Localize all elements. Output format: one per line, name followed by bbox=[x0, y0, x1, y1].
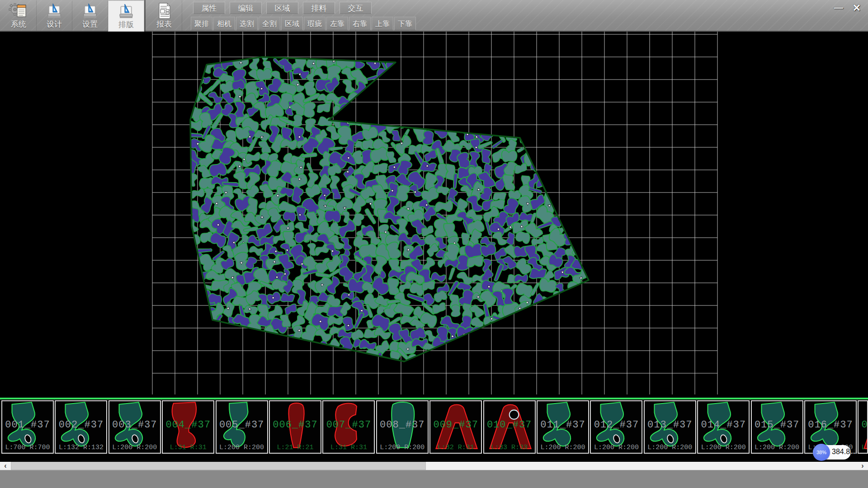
tool-select-cut[interactable]: 选割 bbox=[236, 17, 258, 30]
piece-count-label: L:200 R:200 bbox=[645, 444, 695, 451]
scroll-right-arrow[interactable]: › bbox=[857, 462, 868, 470]
piece-id-label: 003_#37 bbox=[109, 419, 160, 431]
thumbnail-cell[interactable]: 014_#37L:200 R:200 bbox=[697, 400, 750, 454]
thumbnail-cell[interactable]: 006_#37L:21 R:21 bbox=[269, 400, 321, 454]
tool-defect[interactable]: 瑕疵 bbox=[304, 17, 326, 30]
piece-id-label: 004_#37 bbox=[163, 419, 213, 431]
piece-id-label: 013_#37 bbox=[645, 419, 695, 431]
thumbnail-cell[interactable]: 007_#37L:31 R:31 bbox=[322, 400, 375, 454]
tool-region[interactable]: 区域 bbox=[281, 17, 303, 30]
notepad bbox=[17, 5, 26, 17]
piece-count-label: L:31 R:31 bbox=[323, 444, 374, 451]
piece-count-label: L:200 R:200 bbox=[377, 444, 428, 451]
piece-id-label: 0 bbox=[859, 419, 867, 431]
piece-count-label: L:200 R:200 bbox=[591, 444, 642, 451]
memory-percent-indicator: 38% bbox=[813, 444, 830, 461]
piece-count-label: L:200 R:200 bbox=[698, 444, 749, 451]
nesting-canvas-svg bbox=[0, 32, 868, 398]
minimize-button[interactable]: — bbox=[831, 3, 846, 14]
thumbnail-cell[interactable]: 015_#37L:200 R:200 bbox=[751, 400, 803, 454]
thumbnail-cell[interactable]: 005_#37L:200 R:200 bbox=[216, 400, 268, 454]
tool-camera[interactable]: 相机 bbox=[213, 17, 235, 30]
thumbnail-cell-partial[interactable]: 0L: bbox=[858, 400, 868, 454]
piece-count-label: L:200 R:200 bbox=[109, 444, 160, 451]
tool-cluster-nest[interactable]: 聚排 bbox=[191, 17, 212, 30]
thumbnail-cell[interactable]: 002_#37L:132 R:132 bbox=[55, 400, 107, 454]
piece-count-label: L:200 R:200 bbox=[752, 444, 802, 451]
piece-id-label: 006_#37 bbox=[270, 419, 321, 431]
piece-id-label: 011_#37 bbox=[538, 419, 588, 431]
thumbnail-cell[interactable]: 012_#37L:200 R:200 bbox=[590, 400, 642, 454]
piece-id-label: 012_#37 bbox=[591, 419, 642, 431]
scrollbar-thumb[interactable] bbox=[11, 462, 426, 470]
nav-tab-report[interactable]: 报表 bbox=[146, 0, 182, 31]
piece-id-label: 010_#37 bbox=[484, 419, 535, 431]
menu-nesting[interactable]: 排料 bbox=[303, 2, 335, 14]
piece-id-label: 002_#37 bbox=[56, 419, 106, 431]
nav-tab-label: 排版 bbox=[108, 19, 144, 30]
thumbnail-cell[interactable]: 009_#37L:32 R:31 bbox=[429, 400, 482, 454]
nav-tab-system[interactable]: 系统 bbox=[1, 0, 37, 31]
thumbnail-cell[interactable]: 004_#37L:31 R:31 bbox=[162, 400, 214, 454]
piece-count-label: L:21 R:21 bbox=[270, 444, 321, 451]
piece-count-label: L:200 R:200 bbox=[217, 444, 267, 451]
piece-count-label: L:31 R:31 bbox=[163, 444, 213, 451]
application-window: 系统 设计 设置 排版 bbox=[0, 0, 868, 488]
close-button[interactable]: ✕ bbox=[848, 3, 865, 14]
tool-align-right[interactable]: 右靠 bbox=[349, 17, 371, 30]
piece-count-label: L:200 R:200 bbox=[538, 444, 588, 451]
scroll-left-arrow[interactable]: ‹ bbox=[0, 462, 11, 470]
nav-tab-label: 系统 bbox=[1, 19, 36, 29]
nav-tab-settings[interactable]: 设置 bbox=[72, 0, 108, 31]
nav-tab-nesting[interactable]: 排版 bbox=[108, 0, 144, 32]
piece-id-label: 007_#37 bbox=[323, 419, 374, 431]
thumbnail-cell[interactable]: 003_#37L:200 R:200 bbox=[108, 400, 161, 454]
piece-id-label: 005_#37 bbox=[217, 419, 267, 431]
piece-id-label: 008_#37 bbox=[377, 419, 428, 431]
memory-monitor-badge[interactable]: 38% 384.8M bbox=[813, 445, 851, 460]
menu-edit[interactable]: 编辑 bbox=[230, 2, 262, 14]
piece-count-label: L:33 R:33 bbox=[484, 444, 535, 451]
piece-count-label: L:700 R:700 bbox=[2, 444, 53, 451]
tool-cut-all[interactable]: 全割 bbox=[259, 17, 280, 30]
piece-count-label: L:32 R:31 bbox=[430, 444, 481, 451]
nav-tab-label: 设置 bbox=[72, 19, 108, 29]
nav-tab-label: 报表 bbox=[146, 19, 182, 29]
main-toolbar: 系统 设计 设置 排版 bbox=[0, 0, 868, 32]
nested-pieces-layer bbox=[179, 43, 590, 369]
horizontal-scrollbar[interactable]: ‹ › bbox=[0, 462, 868, 470]
piece-id-label: 015_#37 bbox=[752, 419, 802, 431]
menu-interaction[interactable]: 交互 bbox=[340, 2, 372, 14]
thumbnail-cell[interactable]: 001_#37L:700 R:700 bbox=[1, 400, 54, 454]
tool-align-bottom[interactable]: 下靠 bbox=[394, 17, 416, 30]
nesting-canvas[interactable] bbox=[0, 32, 868, 398]
piece-thumbnail-strip: 001_#37L:700 R:700002_#37L:132 R:132003_… bbox=[0, 399, 868, 456]
thumbnail-cell[interactable]: 011_#37L:200 R:200 bbox=[537, 400, 589, 454]
piece-count-label: L: bbox=[859, 444, 867, 451]
piece-id-label: 016_#37 bbox=[805, 419, 856, 431]
nav-tab-design[interactable]: 设计 bbox=[37, 0, 72, 31]
piece-count-label: L:132 R:132 bbox=[56, 444, 106, 451]
thumbnail-cell[interactable]: 010_#37L:33 R:33 bbox=[483, 400, 536, 454]
memory-usage-value: 384.8M bbox=[832, 448, 856, 456]
toolbar-divider bbox=[144, 0, 146, 32]
piece-id-label: 009_#37 bbox=[430, 419, 481, 431]
tool-align-left[interactable]: 左靠 bbox=[326, 17, 348, 30]
tool-align-top[interactable]: 上靠 bbox=[372, 17, 393, 30]
thumbnail-cell[interactable]: 013_#37L:200 R:200 bbox=[644, 400, 696, 454]
piece-id-label: 001_#37 bbox=[2, 419, 53, 431]
menu-region[interactable]: 区域 bbox=[266, 2, 298, 14]
menu-properties[interactable]: 属性 bbox=[193, 2, 225, 14]
thumbnail-cell[interactable]: 008_#37L:200 R:200 bbox=[376, 400, 429, 454]
nav-tab-label: 设计 bbox=[37, 19, 72, 29]
status-bar bbox=[0, 470, 868, 488]
piece-id-label: 014_#37 bbox=[698, 419, 749, 431]
